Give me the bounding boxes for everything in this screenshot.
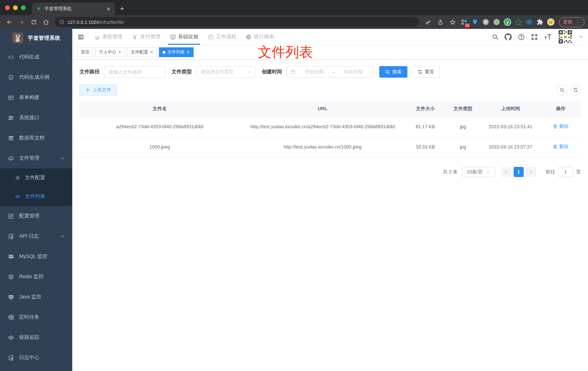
toggle-search-button[interactable] bbox=[556, 85, 567, 95]
tag-label: 个人中心 bbox=[99, 49, 116, 55]
sidebar-item-log-center[interactable]: 日志中心 bbox=[0, 348, 72, 368]
file-path-label: 文件路径 bbox=[79, 69, 100, 75]
nav-item-infrastructure[interactable]: 基础设施 bbox=[165, 29, 203, 45]
reload-button[interactable] bbox=[28, 17, 39, 27]
sidebar-item-system-api[interactable]: 系统接口 bbox=[0, 108, 72, 128]
col-header-actions: 操作 bbox=[541, 101, 581, 117]
date-range-picker[interactable]: 开始日期 - 结束日期 bbox=[286, 66, 373, 78]
browser-tab[interactable]: 芋道管理系统 ✕ bbox=[32, 2, 115, 15]
extension-emoji-icon[interactable] bbox=[546, 17, 556, 27]
sidebar-item-file-config[interactable]: 文件配置 bbox=[0, 168, 72, 187]
extension-badge: 11 bbox=[465, 23, 470, 27]
refresh-table-button[interactable] bbox=[570, 85, 581, 95]
browser-update-button[interactable]: 更新 ⋮ bbox=[559, 17, 584, 27]
browser-tab-strip: 芋道管理系统 ✕ + bbox=[0, 0, 588, 15]
page-size-value: 10条/页 bbox=[467, 169, 483, 175]
extension-star-icon[interactable] bbox=[514, 17, 523, 27]
file-path-input[interactable] bbox=[104, 66, 165, 78]
tags-view-bar: 首页 个人中心✕ 文件配置✕ 文件列表✕ bbox=[72, 45, 588, 60]
sidebar-logo[interactable]: 🐰 芋道管理系统 bbox=[0, 29, 72, 47]
sidebar-item-code-gen[interactable]: 代码生成 bbox=[0, 47, 72, 67]
next-page-button[interactable] bbox=[526, 167, 536, 177]
tag-label: 文件列表 bbox=[168, 49, 185, 55]
tag-close-icon[interactable]: ✕ bbox=[118, 50, 121, 54]
sidebar-item-form-builder[interactable]: 表单构建 bbox=[0, 87, 72, 108]
url-bar[interactable]: 127.0.0.1:1024/infra/file/file bbox=[55, 17, 419, 27]
minimize-window-button[interactable] bbox=[13, 5, 18, 10]
delete-button[interactable]: 删除 bbox=[553, 122, 569, 130]
sidebar-item-label: 表单构建 bbox=[19, 94, 39, 101]
tag-close-icon[interactable]: ✕ bbox=[187, 50, 190, 54]
sidebar-item-tracing[interactable]: 链路追踪 bbox=[0, 327, 72, 348]
extension-eye-target-icon[interactable] bbox=[525, 17, 534, 27]
sidebar-item-redis-monitor[interactable]: Redis 监控 bbox=[0, 267, 72, 287]
nav-item-payment[interactable]: 支付管理 bbox=[127, 29, 165, 45]
briefcase-icon bbox=[208, 34, 214, 40]
header-search-icon[interactable] bbox=[492, 34, 498, 40]
nav-item-workflow[interactable]: 工作流程 bbox=[203, 29, 241, 45]
avatar-caret-down-icon[interactable] bbox=[579, 35, 583, 39]
share-icon[interactable] bbox=[435, 17, 446, 27]
sidebar-item-mysql-monitor[interactable]: MySQL 监控 bbox=[0, 246, 72, 267]
sidebar-item-scheduled-jobs[interactable]: 定时任务 bbox=[0, 307, 72, 327]
window-controls[interactable] bbox=[5, 5, 26, 10]
sidebar-item-file-management[interactable]: 文件管理 bbox=[0, 148, 72, 168]
avatar-qr-code[interactable] bbox=[558, 30, 572, 44]
pagination-total: 共 2 条 bbox=[443, 169, 458, 175]
sidebar-item-java-monitor[interactable]: Java 监控 bbox=[0, 287, 72, 307]
tab-close-icon[interactable]: ✕ bbox=[106, 6, 111, 11]
tag-file-list[interactable]: 文件列表✕ bbox=[159, 47, 193, 57]
extension-y-icon[interactable]: y bbox=[503, 17, 512, 27]
tag-profile[interactable]: 个人中心✕ bbox=[95, 47, 125, 57]
site-info-icon[interactable] bbox=[59, 20, 64, 25]
new-tab-button[interactable]: + bbox=[120, 5, 125, 12]
prev-page-button[interactable] bbox=[501, 167, 511, 177]
delete-button[interactable]: 删除 bbox=[553, 142, 569, 150]
home-button[interactable] bbox=[41, 17, 51, 27]
top-nav-menu: 系统管理 支付管理 基础设施 工作流程 bbox=[89, 29, 279, 45]
tag-home[interactable]: 首页 bbox=[77, 47, 93, 57]
sidebar-item-label: API 日志 bbox=[19, 233, 39, 240]
sidebar-item-label: 文件配置 bbox=[25, 174, 45, 181]
sidebar-item-label: 文件管理 bbox=[19, 155, 39, 161]
help-icon[interactable] bbox=[518, 33, 525, 40]
extension-tampermonkey-icon[interactable]: 11 bbox=[459, 17, 469, 27]
back-button[interactable] bbox=[4, 17, 14, 27]
tag-file-config[interactable]: 文件配置✕ bbox=[127, 47, 157, 57]
page-number-current[interactable]: 1 bbox=[514, 167, 524, 177]
reset-button[interactable]: 重置 bbox=[412, 66, 440, 78]
fullscreen-icon[interactable] bbox=[531, 33, 538, 40]
file-type-select[interactable]: 请选择文件类型 bbox=[196, 66, 256, 78]
extension-gray-dot-icon[interactable] bbox=[492, 17, 501, 27]
extension-command-icon[interactable]: ⌘ bbox=[481, 17, 491, 27]
forward-button[interactable] bbox=[16, 17, 27, 27]
sidebar-item-file-list[interactable]: 文件列表 bbox=[0, 187, 72, 206]
github-icon[interactable] bbox=[504, 33, 512, 41]
close-window-button[interactable] bbox=[5, 5, 10, 10]
start-date-placeholder[interactable]: 开始日期 bbox=[298, 69, 330, 75]
font-size-icon[interactable] bbox=[544, 34, 552, 40]
page-size-select[interactable]: 10条/页 bbox=[462, 167, 495, 177]
tab-title: 芋道管理系统 bbox=[44, 6, 103, 12]
end-date-placeholder[interactable]: 结束日期 bbox=[337, 69, 369, 75]
nav-item-label: 基础设施 bbox=[178, 34, 198, 40]
nav-item-reports[interactable]: 统计报表 bbox=[241, 29, 279, 45]
extension-puzzle-icon[interactable] bbox=[535, 17, 545, 27]
page-jump-input[interactable] bbox=[558, 167, 573, 177]
bookmark-star-icon[interactable] bbox=[447, 17, 458, 27]
sidebar-item-db-doc[interactable]: 数据库文档 bbox=[0, 128, 72, 148]
sliders-icon bbox=[8, 115, 14, 121]
browser-menu-dots-icon[interactable]: ⋮ bbox=[575, 19, 580, 25]
search-button[interactable]: 搜索 bbox=[379, 66, 407, 78]
nav-item-system[interactable]: 系统管理 bbox=[89, 29, 127, 45]
upload-file-button[interactable]: 上传文件 bbox=[79, 85, 117, 95]
sidebar-collapse-button[interactable] bbox=[72, 29, 89, 45]
sidebar-item-api-log[interactable]: API 日志 bbox=[0, 226, 72, 246]
sidebar-item-code-gen-example[interactable]: 代码生成示例 bbox=[0, 67, 72, 87]
dashboard-icon bbox=[246, 34, 252, 40]
sidebar-item-config-management[interactable]: 配置管理 bbox=[0, 206, 72, 226]
tag-close-icon[interactable]: ✕ bbox=[150, 50, 153, 54]
maximize-window-button[interactable] bbox=[21, 5, 26, 10]
password-key-icon[interactable] bbox=[423, 17, 433, 27]
extension-gem-icon[interactable] bbox=[470, 17, 480, 27]
